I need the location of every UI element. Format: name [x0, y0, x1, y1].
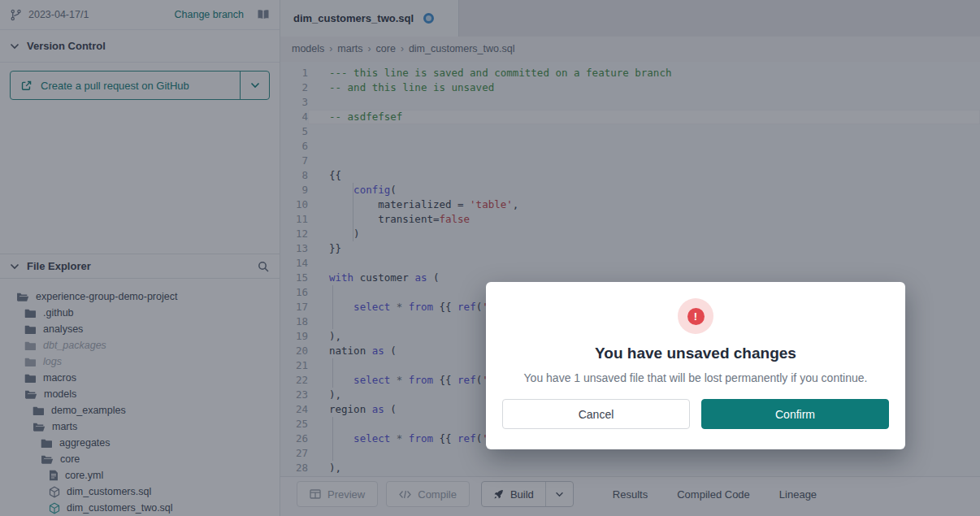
cancel-button[interactable]: Cancel	[502, 399, 690, 429]
alert-icon: !	[678, 298, 713, 334]
unsaved-changes-modal: ! You have unsaved changes You have 1 un…	[486, 282, 905, 449]
modal-buttons: Cancel Confirm	[486, 399, 905, 429]
modal-message: You have 1 unsaved file that will be los…	[524, 371, 868, 384]
exclamation-icon: !	[687, 308, 705, 325]
confirm-button[interactable]: Confirm	[701, 399, 889, 429]
modal-title: You have unsaved changes	[595, 345, 796, 362]
